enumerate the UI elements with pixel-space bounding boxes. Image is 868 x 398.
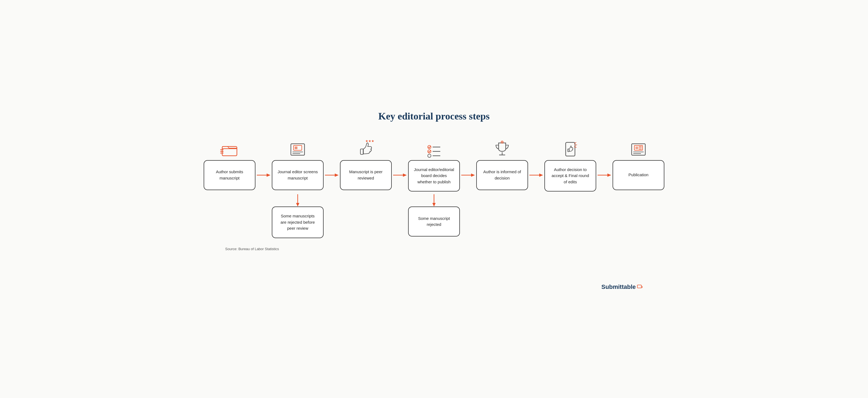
step3-box: Manuscript is peer reviewed — [340, 160, 392, 190]
icon-step6 — [545, 136, 596, 160]
step2-label: Journal editor screens manuscript — [272, 160, 323, 190]
step7-box: Publication — [613, 160, 664, 190]
sub-step2-box: Some manuscripts are rejected before pee… — [272, 206, 323, 238]
step4-box: Journal editor/editorial board decides w… — [408, 160, 460, 192]
svg-point-15 — [428, 154, 431, 158]
svg-point-11 — [428, 145, 431, 149]
arrow6 — [596, 160, 613, 179]
brand: Submittable — [601, 283, 643, 290]
sub-step4-label: Some manuscript rejected — [408, 206, 460, 236]
svg-marker-35 — [267, 173, 271, 177]
step1-box: Author submits manuscript — [204, 160, 255, 190]
arrow4 — [460, 160, 476, 179]
arrow1 — [255, 160, 272, 179]
step5-label: Author is informed of decision — [476, 160, 528, 190]
svg-marker-45 — [608, 173, 611, 177]
svg-marker-47 — [296, 203, 299, 206]
svg-text:★★★: ★★★ — [365, 139, 374, 143]
step4-label: Journal editor/editorial board decides w… — [408, 160, 460, 192]
arrow2 — [323, 160, 340, 179]
step1-label: Author submits manuscript — [204, 160, 255, 190]
icon-step1 — [204, 136, 255, 160]
step3-label: Manuscript is peer reviewed — [340, 160, 392, 190]
sub-step2-label: Some manuscripts are rejected before pee… — [272, 206, 323, 238]
step5-box: Author is informed of decision — [476, 160, 528, 190]
icon-step3: ★★★ — [340, 136, 392, 160]
svg-point-20 — [502, 142, 503, 142]
brand-icon — [637, 284, 643, 290]
step6-label: Author decision to accept & Final round … — [545, 160, 596, 192]
down-arrow-step4 — [408, 192, 460, 206]
step2-box: Journal editor screens manuscript — [272, 160, 323, 190]
sub-step4-box: Some manuscript rejected — [408, 206, 460, 236]
svg-marker-41 — [471, 173, 475, 177]
icon-step4 — [408, 136, 460, 160]
svg-rect-22 — [567, 149, 569, 152]
source-text: Source: Bureau of Labor Statistics — [225, 247, 279, 251]
svg-point-13 — [428, 150, 431, 153]
svg-rect-28 — [636, 146, 638, 149]
icon-step5 — [476, 136, 528, 160]
arrow5 — [528, 160, 545, 179]
step6-box: Author decision to accept & Final round … — [545, 160, 596, 192]
page-title: Key editorial process steps — [225, 111, 643, 122]
svg-rect-6 — [295, 146, 298, 149]
svg-marker-43 — [539, 173, 543, 177]
svg-rect-50 — [638, 285, 642, 288]
diagram: ★★★ — [225, 136, 643, 238]
down-arrow-step2 — [272, 192, 323, 206]
icon-step7 — [613, 136, 664, 160]
svg-rect-21 — [566, 142, 575, 156]
arrow3 — [392, 160, 408, 179]
svg-line-24 — [575, 145, 577, 145]
step7-label: Publication — [613, 160, 664, 190]
svg-marker-49 — [432, 203, 436, 206]
icon-step2 — [272, 136, 323, 160]
page: Key editorial process steps — [217, 100, 651, 299]
svg-marker-39 — [403, 173, 407, 177]
svg-marker-37 — [335, 173, 339, 177]
brand-text: Submittable — [601, 283, 636, 290]
